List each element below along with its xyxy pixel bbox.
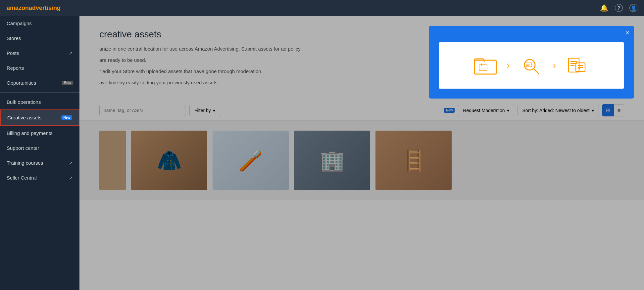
- svg-rect-1: [479, 65, 487, 71]
- sidebar-item-support[interactable]: Support center: [0, 141, 79, 155]
- sidebar-item-reports[interactable]: Reports: [0, 61, 79, 75]
- sidebar-item-bulk-operations[interactable]: Bulk operations: [0, 95, 79, 109]
- sidebar-label-reports: Reports: [7, 65, 24, 71]
- workflow-step-1: [474, 56, 497, 75]
- logo-amazon: amazonadvertising: [7, 5, 61, 12]
- posts-exit-icon: ↗: [69, 51, 73, 56]
- training-exit-icon: ↗: [69, 160, 73, 166]
- sidebar-item-training[interactable]: Training courses ↗: [0, 155, 79, 170]
- workflow-arrow-1: ›: [507, 60, 510, 71]
- content-area: creative assets anize in one central loc…: [79, 16, 644, 290]
- document-icon: [566, 56, 589, 75]
- svg-line-5: [534, 69, 539, 74]
- sidebar-label-billing: Billing and payments: [7, 130, 52, 136]
- workflow-step-3: [566, 56, 589, 75]
- sidebar-item-posts[interactable]: Posts ↗: [0, 46, 79, 61]
- advertising-text: advertising: [29, 5, 61, 11]
- help-icon[interactable]: ?: [615, 4, 623, 12]
- modal-overlay: × ›: [79, 16, 644, 290]
- modal-close-button[interactable]: ×: [625, 29, 629, 37]
- modal-inner: › ›: [439, 42, 624, 89]
- sidebar-label-stores: Stores: [7, 35, 21, 41]
- main-layout: Campaigns Stores Posts ↗ Reports Opportu…: [0, 16, 644, 290]
- sidebar-item-stores[interactable]: Stores: [0, 31, 79, 46]
- opportunities-beta-badge: Beta: [62, 81, 73, 85]
- folder-icon: [474, 56, 497, 75]
- sidebar: Campaigns Stores Posts ↗ Reports Opportu…: [0, 16, 79, 290]
- logo-area: amazonadvertising: [7, 5, 61, 12]
- header-icons: 🔔 ? 👤: [600, 4, 637, 12]
- svg-rect-0: [474, 60, 496, 74]
- sidebar-label-creative-assets: Creative assets: [7, 115, 41, 120]
- sidebar-item-seller-central[interactable]: Seller Central ↗: [0, 170, 79, 185]
- amazon-text: amazon: [7, 5, 29, 11]
- top-header: amazonadvertising 🔔 ? 👤: [0, 0, 644, 16]
- sidebar-label-bulk-operations: Bulk operations: [7, 99, 41, 105]
- sidebar-divider: [0, 92, 79, 93]
- sidebar-label-training: Training courses: [7, 160, 43, 166]
- svg-rect-6: [524, 63, 532, 67]
- sidebar-label-posts: Posts: [7, 50, 19, 56]
- sidebar-item-campaigns[interactable]: Campaigns: [0, 16, 79, 31]
- sidebar-label-campaigns: Campaigns: [7, 21, 32, 26]
- seller-central-exit-icon: ↗: [69, 175, 73, 181]
- sidebar-label-support: Support center: [7, 145, 39, 151]
- creative-assets-new-badge: New: [61, 115, 72, 120]
- sidebar-item-opportunities[interactable]: Opportunities Beta: [0, 75, 79, 90]
- notification-icon[interactable]: 🔔: [600, 4, 608, 12]
- workflow-step-2: [520, 56, 543, 75]
- sidebar-label-seller-central: Seller Central: [7, 175, 37, 181]
- modal-box: × ›: [429, 26, 634, 99]
- workflow-arrow-2: ›: [553, 60, 556, 71]
- sidebar-label-opportunities: Opportunities: [7, 80, 36, 86]
- user-icon[interactable]: 👤: [629, 4, 637, 12]
- sidebar-item-creative-assets[interactable]: Creative assets New: [0, 109, 79, 126]
- sidebar-item-billing[interactable]: Billing and payments: [0, 126, 79, 141]
- search-workflow-icon: [520, 56, 543, 75]
